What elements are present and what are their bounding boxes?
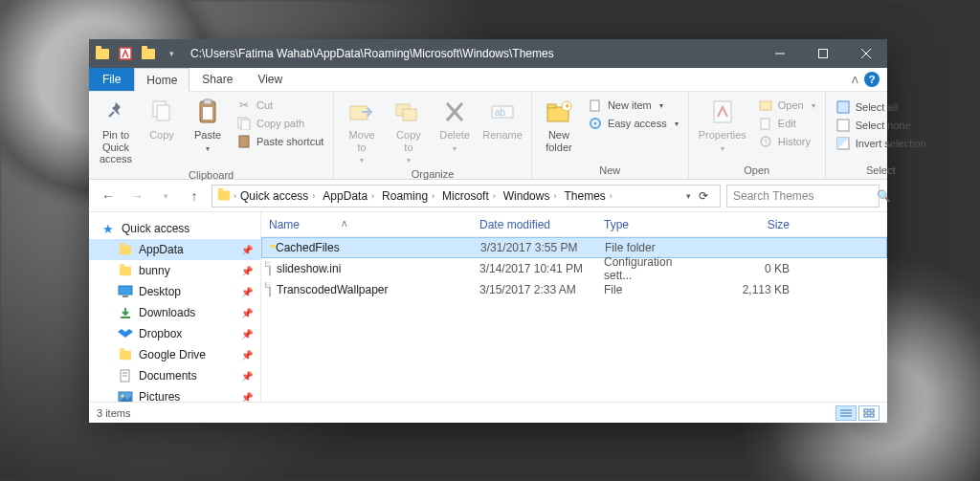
file-rows[interactable]: CachedFiles3/31/2017 3:55 PMFile folders… bbox=[261, 237, 887, 402]
edit-button[interactable]: Edit bbox=[756, 115, 817, 132]
easy-access-button[interactable]: Easy access▾ bbox=[586, 115, 680, 132]
properties-qat-icon[interactable] bbox=[118, 46, 133, 61]
invert-selection-button[interactable]: Invert selection bbox=[834, 135, 928, 152]
svg-rect-9 bbox=[204, 99, 212, 104]
navigation-pane[interactable]: ★ Quick access AppData📌bunny📌Desktop📌Dow… bbox=[89, 212, 261, 402]
collapse-ribbon-icon[interactable]: ᐱ bbox=[852, 75, 858, 85]
new-item-button[interactable]: New item▾ bbox=[586, 97, 680, 114]
svg-rect-28 bbox=[714, 101, 731, 122]
search-box[interactable]: 🔍 bbox=[726, 185, 880, 208]
new-folder-button[interactable]: ✦ New folder bbox=[536, 95, 582, 155]
copy-icon bbox=[146, 97, 177, 127]
sidebar-item[interactable]: AppData📌 bbox=[89, 239, 260, 260]
breadcrumb-dropdown-icon[interactable]: ▾ bbox=[686, 191, 691, 201]
tab-share[interactable]: Share bbox=[189, 68, 245, 91]
search-input[interactable] bbox=[733, 189, 877, 203]
new-folder-qat-icon[interactable] bbox=[141, 46, 156, 61]
close-button[interactable] bbox=[844, 39, 887, 68]
file-menu[interactable]: File bbox=[89, 68, 134, 91]
search-icon[interactable]: 🔍 bbox=[877, 189, 891, 203]
svg-rect-49 bbox=[870, 414, 874, 417]
ribbon: Pin to Quick access Copy Paste ▾ ✂Cut Co… bbox=[89, 92, 887, 180]
ribbon-group-select: Select all Select none Invert selection … bbox=[826, 92, 936, 179]
pin-to-quick-access-button[interactable]: Pin to Quick access bbox=[93, 95, 139, 167]
file-icon bbox=[269, 283, 271, 296]
refresh-icon[interactable]: ⟳ bbox=[693, 189, 714, 203]
file-name: CachedFiles bbox=[276, 241, 340, 254]
file-row[interactable]: TranscodedWallpaper3/15/2017 2:33 AMFile… bbox=[261, 279, 887, 300]
breadcrumb-item[interactable]: Themes› bbox=[560, 189, 615, 203]
window-controls bbox=[758, 39, 887, 68]
breadcrumb-item[interactable]: Microsoft› bbox=[438, 189, 500, 203]
documents-icon bbox=[118, 368, 133, 383]
pin-icon bbox=[100, 97, 131, 127]
sidebar-item[interactable]: Documents📌 bbox=[89, 365, 260, 386]
column-date[interactable]: Date modified bbox=[472, 218, 596, 231]
sort-indicator-icon: ᐱ bbox=[342, 220, 346, 229]
sidebar-item-label: Pictures bbox=[139, 390, 180, 402]
back-button[interactable]: ← bbox=[97, 185, 120, 208]
paste-label: Paste bbox=[194, 129, 221, 142]
content-body: ★ Quick access AppData📌bunny📌Desktop📌Dow… bbox=[89, 212, 887, 402]
sidebar-item[interactable]: bunny📌 bbox=[89, 260, 260, 281]
forward-button[interactable]: → bbox=[125, 185, 148, 208]
svg-rect-46 bbox=[864, 409, 868, 412]
column-name[interactable]: Nameᐱ bbox=[261, 218, 472, 231]
details-view-button[interactable] bbox=[835, 405, 857, 421]
folder-icon bbox=[118, 263, 133, 278]
thumbnails-view-button[interactable] bbox=[858, 405, 880, 421]
select-none-label: Select none bbox=[856, 120, 911, 131]
titlebar[interactable]: ▾ C:\Users\Fatima Wahab\AppData\Roaming\… bbox=[89, 39, 887, 68]
qat-dropdown-icon[interactable]: ▾ bbox=[164, 46, 179, 61]
file-row[interactable]: CachedFiles3/31/2017 3:55 PMFile folder bbox=[261, 237, 887, 258]
sidebar-quick-access[interactable]: ★ Quick access bbox=[89, 218, 260, 239]
breadcrumb-item[interactable]: Windows› bbox=[500, 189, 561, 203]
sidebar-item-label: Dropbox bbox=[139, 327, 182, 340]
copy-to-button[interactable]: Copy to ▾ bbox=[386, 95, 432, 166]
sidebar-item[interactable]: Dropbox📌 bbox=[89, 323, 260, 344]
minimize-button[interactable] bbox=[758, 39, 801, 68]
help-icon[interactable]: ? bbox=[864, 72, 880, 87]
move-to-button[interactable]: Move to ▾ bbox=[338, 95, 385, 166]
cut-button[interactable]: ✂Cut bbox=[234, 97, 325, 114]
up-button[interactable]: ↑ bbox=[183, 185, 206, 208]
ribbon-group-new: ✦ New folder New item▾ Easy access▾ New bbox=[532, 92, 689, 179]
paste-shortcut-icon bbox=[236, 134, 252, 149]
history-button[interactable]: History bbox=[756, 133, 817, 150]
copy-path-button[interactable]: Copy path bbox=[234, 115, 325, 132]
recent-dropdown-icon[interactable]: ▾ bbox=[154, 185, 177, 208]
maximize-button[interactable] bbox=[801, 39, 844, 68]
file-size: 2,113 KB bbox=[711, 283, 797, 296]
cut-icon: ✂ bbox=[236, 98, 252, 113]
column-type[interactable]: Type bbox=[596, 218, 711, 231]
delete-icon bbox=[439, 97, 470, 127]
copy-button[interactable]: Copy bbox=[139, 95, 185, 143]
breadcrumb-item[interactable]: AppData› bbox=[319, 189, 378, 203]
paste-button[interactable]: Paste ▾ bbox=[185, 95, 231, 155]
delete-button[interactable]: Delete ▾ bbox=[432, 95, 478, 155]
sidebar-item[interactable]: Google Drive📌 bbox=[89, 344, 260, 365]
column-size[interactable]: Size bbox=[711, 218, 797, 231]
open-button[interactable]: Open▾ bbox=[756, 97, 817, 114]
file-row[interactable]: slideshow.ini3/14/2017 10:41 PMConfigura… bbox=[261, 258, 887, 279]
breadcrumb-item[interactable]: Quick access› bbox=[236, 189, 319, 203]
select-all-button[interactable]: Select all bbox=[834, 98, 928, 116]
rename-button[interactable]: ab Rename bbox=[478, 95, 527, 143]
sidebar-item-label: AppData bbox=[139, 243, 184, 256]
sidebar-item[interactable]: Desktop📌 bbox=[89, 281, 260, 302]
tab-view[interactable]: View bbox=[245, 68, 295, 91]
sidebar-item[interactable]: Pictures📌 bbox=[89, 386, 260, 402]
svg-rect-35 bbox=[119, 286, 132, 295]
breadcrumb[interactable]: › Quick access› AppData› Roaming› Micros… bbox=[212, 185, 721, 208]
column-headers[interactable]: Nameᐱ Date modified Type Size bbox=[261, 212, 887, 237]
breadcrumb-item[interactable]: Roaming› bbox=[378, 189, 438, 203]
paste-shortcut-button[interactable]: Paste shortcut bbox=[234, 133, 325, 150]
select-none-button[interactable]: Select none bbox=[834, 117, 928, 134]
select-all-icon bbox=[835, 99, 851, 115]
properties-button[interactable]: Properties ▾ bbox=[693, 95, 752, 155]
svg-rect-36 bbox=[122, 295, 128, 297]
paste-dropdown-icon[interactable]: ▾ bbox=[206, 144, 210, 153]
sidebar-item[interactable]: Downloads📌 bbox=[89, 302, 260, 323]
folder-icon bbox=[95, 46, 110, 61]
tab-home[interactable]: Home bbox=[134, 68, 189, 92]
